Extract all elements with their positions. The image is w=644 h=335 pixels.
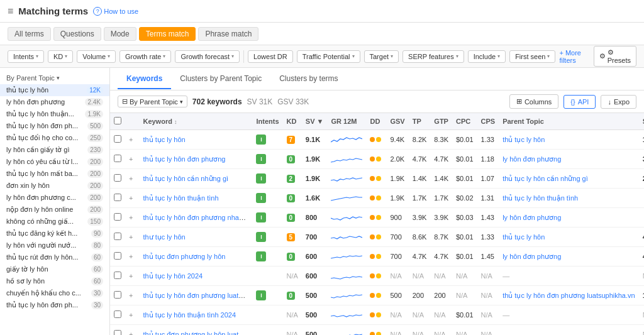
row-checkbox[interactable]: [114, 291, 121, 299]
export-button[interactable]: ↓ Expo: [601, 95, 636, 109]
sidebar-item-7[interactable]: thủ tục ly hôn mất ba... 200: [0, 168, 109, 180]
add-keyword-button[interactable]: +: [129, 175, 133, 182]
col-kd[interactable]: KD: [283, 113, 302, 130]
sidebar-item-9[interactable]: ly hôn đơn phương c... 200: [0, 192, 109, 204]
keyword-link[interactable]: thủ tục đơn phương ly hôn: [143, 253, 225, 260]
row-checkbox[interactable]: [114, 310, 121, 318]
col-intents[interactable]: Intents: [252, 113, 282, 130]
tab-mode[interactable]: Mode: [104, 27, 136, 41]
keyword-link[interactable]: thủ tục ly hôn 2024: [143, 272, 203, 280]
filter-serp-features[interactable]: SERP features ▾: [402, 50, 464, 63]
col-gr12m[interactable]: GR 12M: [327, 113, 366, 130]
sidebar-item-5[interactable]: ly hôn cần giấy tờ gì 230: [0, 144, 109, 156]
parent-topic-cell[interactable]: thủ tục ly hôn: [502, 233, 545, 241]
tab-terms-match[interactable]: Terms match: [139, 27, 196, 41]
sidebar-item-0[interactable]: thủ tục ly hôn 12K: [0, 84, 109, 96]
sub-tab-clusters-parent[interactable]: Clusters by Parent Topic: [171, 69, 270, 89]
col-gtp[interactable]: GTP: [430, 113, 452, 130]
keyword-link[interactable]: thủ tục ly hôn đơn phương nhanh nhất: [143, 214, 252, 221]
sidebar-item-18[interactable]: thủ tục ly hôn đơn ph... 30: [0, 299, 109, 311]
sub-tab-keywords[interactable]: Keywords: [118, 69, 171, 89]
col-keyword[interactable]: Keyword ↕: [139, 113, 252, 130]
col-dd[interactable]: DD: [366, 113, 386, 130]
filter-volume[interactable]: Volume ▾: [77, 50, 116, 63]
sidebar-item-16[interactable]: hồ sơ ly hôn 60: [0, 275, 109, 287]
parent-topic-cell[interactable]: ly hôn đơn phương: [502, 155, 561, 163]
row-checkbox[interactable]: [114, 213, 121, 221]
filter-growth-rate[interactable]: Growth rate ▾: [119, 50, 171, 63]
keyword-link[interactable]: thủ tục ly hôn: [143, 136, 185, 143]
col-gsv[interactable]: GSV: [386, 113, 408, 130]
keyword-link[interactable]: thư tục ly hôn: [143, 233, 185, 241]
sidebar-item-10[interactable]: nộp đơn ly hôn online 200: [0, 204, 109, 216]
col-sf[interactable]: SF: [639, 113, 644, 130]
columns-button[interactable]: ⊞ Columns: [509, 94, 558, 109]
parent-topic-cell[interactable]: ly hôn đơn phương: [502, 214, 561, 221]
add-keyword-button[interactable]: +: [129, 331, 133, 335]
filter-growth-forecast[interactable]: Growth forecast ▾: [175, 50, 240, 63]
keyword-link[interactable]: thủ tục ly hôn thuận tình: [143, 194, 218, 202]
sidebar-item-2[interactable]: thủ tục ly hôn thuận... 1.9K: [0, 108, 109, 120]
row-checkbox[interactable]: [114, 174, 121, 182]
add-keyword-button[interactable]: +: [129, 253, 133, 260]
sidebar-item-12[interactable]: thủ tục đăng ký kết h... 90: [0, 228, 109, 239]
add-keyword-button[interactable]: +: [129, 194, 133, 202]
col-tp[interactable]: TP: [409, 113, 431, 130]
row-checkbox[interactable]: [114, 194, 121, 201]
col-sv[interactable]: SV ▼: [302, 113, 328, 130]
row-checkbox[interactable]: [114, 135, 121, 143]
filter-kd[interactable]: KD ▾: [48, 50, 73, 63]
sidebar-item-3[interactable]: thủ tục ly hôn đơn ph... 500: [0, 120, 109, 132]
api-button[interactable]: {} API: [564, 95, 596, 109]
filter-traffic-potential[interactable]: Traffic Potential ▾: [297, 50, 360, 63]
keyword-link[interactable]: thủ tục ly hôn đơn phương: [143, 155, 225, 163]
sidebar-item-6[interactable]: ly hôn có yêu cầu từ l... 200: [0, 156, 109, 168]
tab-phrase-match[interactable]: Phrase match: [198, 27, 258, 41]
keyword-link[interactable]: thủ tục ly hôn đơn phương luatsuphikha.v…: [143, 292, 252, 299]
parent-topic-cell[interactable]: thủ tục ly hôn: [502, 136, 545, 143]
tab-all-terms[interactable]: All terms: [8, 27, 51, 41]
parent-topic-filter-label[interactable]: ⊟ By Parent Topic ▾: [118, 96, 187, 107]
how-to-use-link[interactable]: How to use: [104, 8, 138, 15]
add-keyword-button[interactable]: +: [129, 233, 133, 241]
add-keyword-button[interactable]: +: [129, 272, 133, 280]
col-cpc[interactable]: CPC: [452, 113, 477, 130]
row-checkbox[interactable]: [114, 155, 121, 162]
sidebar-item-14[interactable]: thủ tục rút đơn ly hôn... 60: [0, 251, 109, 263]
presets-button[interactable]: ⚙ ⚙ Presets: [594, 46, 636, 67]
sidebar-item-11[interactable]: không có những giấ... 150: [0, 216, 109, 228]
menu-icon[interactable]: ≡: [8, 6, 13, 17]
row-checkbox[interactable]: [114, 252, 121, 260]
sidebar-parent-topic-label[interactable]: By Parent Topic ▾: [6, 74, 60, 82]
keyword-link[interactable]: thủ tục ly hôn thuận tình 2024: [143, 311, 236, 319]
filter-lowest-dr[interactable]: Lowest DR: [248, 50, 293, 63]
sub-tab-clusters-terms[interactable]: Clusters by terms: [270, 69, 347, 89]
parent-topic-cell[interactable]: thủ tục ly hôn đơn phương luatsuphikha.v…: [502, 292, 635, 299]
row-checkbox[interactable]: [114, 272, 121, 279]
sidebar-item-1[interactable]: ly hôn đơn phương 2.4K: [0, 96, 109, 108]
keyword-link[interactable]: thủ tục đơn phương ly hôn luatsuphikha.v…: [143, 331, 252, 336]
keyword-link[interactable]: thủ tục ly hôn cần những gì: [143, 175, 228, 182]
parent-topic-cell[interactable]: thủ tục ly hôn thuận tình: [502, 194, 578, 202]
filter-intents[interactable]: Intents ▾: [8, 50, 44, 63]
filter-first-seen[interactable]: First seen ▾: [509, 50, 555, 63]
row-checkbox[interactable]: [114, 233, 121, 240]
sidebar-item-4[interactable]: thủ tục đổi họ cho co... 250: [0, 132, 109, 144]
select-all-checkbox[interactable]: [114, 117, 121, 124]
tab-questions[interactable]: Questions: [53, 27, 101, 41]
sidebar-item-15[interactable]: giấy tờ ly hôn 60: [0, 263, 109, 275]
sidebar-item-13[interactable]: ly hôn với người nướ... 80: [0, 239, 109, 251]
filter-target[interactable]: Target ▾: [364, 50, 399, 63]
sidebar-item-17[interactable]: chuyển hộ khẩu cho c... 30: [0, 287, 109, 299]
add-keyword-button[interactable]: +: [129, 214, 133, 221]
add-keyword-button[interactable]: +: [129, 136, 133, 143]
col-parent-topic[interactable]: Parent Topic: [499, 113, 639, 130]
more-filters-button[interactable]: + More filters: [559, 49, 589, 64]
parent-topic-cell[interactable]: thủ tục ly hôn cần những gì: [502, 175, 588, 182]
add-keyword-button[interactable]: +: [129, 292, 133, 299]
add-keyword-button[interactable]: +: [129, 311, 133, 319]
sidebar-item-8[interactable]: đơn xin ly hôn 200: [0, 180, 109, 192]
filter-include[interactable]: Include ▾: [468, 50, 506, 63]
parent-topic-cell[interactable]: ly hôn đơn phương: [502, 253, 561, 260]
add-keyword-button[interactable]: +: [129, 155, 133, 163]
